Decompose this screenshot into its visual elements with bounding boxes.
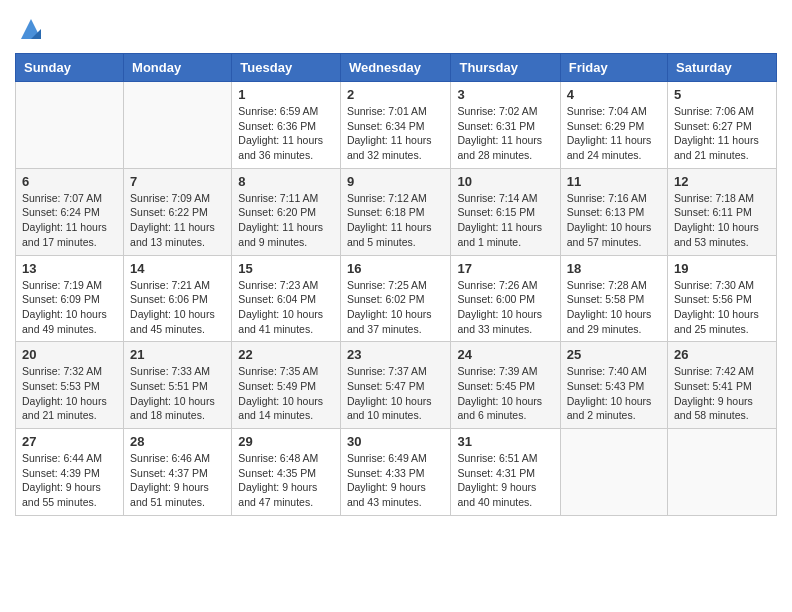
day-info: Sunrise: 7:30 AM Sunset: 5:56 PM Dayligh… [674, 278, 770, 337]
day-number: 24 [457, 347, 553, 362]
day-info: Sunrise: 6:51 AM Sunset: 4:31 PM Dayligh… [457, 451, 553, 510]
day-number: 4 [567, 87, 661, 102]
calendar-day-header: Sunday [16, 54, 124, 82]
day-number: 12 [674, 174, 770, 189]
calendar-cell: 28Sunrise: 6:46 AM Sunset: 4:37 PM Dayli… [124, 429, 232, 516]
day-info: Sunrise: 7:01 AM Sunset: 6:34 PM Dayligh… [347, 104, 445, 163]
calendar-cell: 22Sunrise: 7:35 AM Sunset: 5:49 PM Dayli… [232, 342, 341, 429]
day-number: 5 [674, 87, 770, 102]
calendar-cell: 2Sunrise: 7:01 AM Sunset: 6:34 PM Daylig… [340, 82, 451, 169]
day-number: 6 [22, 174, 117, 189]
calendar-cell: 21Sunrise: 7:33 AM Sunset: 5:51 PM Dayli… [124, 342, 232, 429]
calendar-week-row: 20Sunrise: 7:32 AM Sunset: 5:53 PM Dayli… [16, 342, 777, 429]
calendar-cell: 3Sunrise: 7:02 AM Sunset: 6:31 PM Daylig… [451, 82, 560, 169]
calendar-cell: 7Sunrise: 7:09 AM Sunset: 6:22 PM Daylig… [124, 168, 232, 255]
day-number: 7 [130, 174, 225, 189]
day-number: 22 [238, 347, 334, 362]
calendar-cell: 10Sunrise: 7:14 AM Sunset: 6:15 PM Dayli… [451, 168, 560, 255]
calendar-cell: 12Sunrise: 7:18 AM Sunset: 6:11 PM Dayli… [668, 168, 777, 255]
day-info: Sunrise: 6:44 AM Sunset: 4:39 PM Dayligh… [22, 451, 117, 510]
calendar-cell: 24Sunrise: 7:39 AM Sunset: 5:45 PM Dayli… [451, 342, 560, 429]
day-info: Sunrise: 7:40 AM Sunset: 5:43 PM Dayligh… [567, 364, 661, 423]
day-number: 3 [457, 87, 553, 102]
calendar-cell: 18Sunrise: 7:28 AM Sunset: 5:58 PM Dayli… [560, 255, 667, 342]
calendar-week-row: 6Sunrise: 7:07 AM Sunset: 6:24 PM Daylig… [16, 168, 777, 255]
day-info: Sunrise: 7:32 AM Sunset: 5:53 PM Dayligh… [22, 364, 117, 423]
day-info: Sunrise: 6:48 AM Sunset: 4:35 PM Dayligh… [238, 451, 334, 510]
day-info: Sunrise: 7:42 AM Sunset: 5:41 PM Dayligh… [674, 364, 770, 423]
day-info: Sunrise: 7:14 AM Sunset: 6:15 PM Dayligh… [457, 191, 553, 250]
calendar-day-header: Tuesday [232, 54, 341, 82]
calendar-cell: 1Sunrise: 6:59 AM Sunset: 6:36 PM Daylig… [232, 82, 341, 169]
calendar-cell: 26Sunrise: 7:42 AM Sunset: 5:41 PM Dayli… [668, 342, 777, 429]
calendar-week-row: 13Sunrise: 7:19 AM Sunset: 6:09 PM Dayli… [16, 255, 777, 342]
day-number: 26 [674, 347, 770, 362]
calendar-cell: 23Sunrise: 7:37 AM Sunset: 5:47 PM Dayli… [340, 342, 451, 429]
day-info: Sunrise: 7:35 AM Sunset: 5:49 PM Dayligh… [238, 364, 334, 423]
day-number: 11 [567, 174, 661, 189]
calendar-cell: 14Sunrise: 7:21 AM Sunset: 6:06 PM Dayli… [124, 255, 232, 342]
day-number: 27 [22, 434, 117, 449]
calendar-week-row: 27Sunrise: 6:44 AM Sunset: 4:39 PM Dayli… [16, 429, 777, 516]
day-info: Sunrise: 7:09 AM Sunset: 6:22 PM Dayligh… [130, 191, 225, 250]
day-number: 19 [674, 261, 770, 276]
logo [15, 15, 45, 43]
calendar-cell [124, 82, 232, 169]
day-number: 13 [22, 261, 117, 276]
day-info: Sunrise: 7:21 AM Sunset: 6:06 PM Dayligh… [130, 278, 225, 337]
day-number: 15 [238, 261, 334, 276]
calendar-cell [668, 429, 777, 516]
day-info: Sunrise: 6:46 AM Sunset: 4:37 PM Dayligh… [130, 451, 225, 510]
calendar-cell [560, 429, 667, 516]
calendar-cell: 31Sunrise: 6:51 AM Sunset: 4:31 PM Dayli… [451, 429, 560, 516]
day-number: 16 [347, 261, 445, 276]
calendar-day-header: Friday [560, 54, 667, 82]
calendar-cell: 5Sunrise: 7:06 AM Sunset: 6:27 PM Daylig… [668, 82, 777, 169]
calendar-cell: 17Sunrise: 7:26 AM Sunset: 6:00 PM Dayli… [451, 255, 560, 342]
day-info: Sunrise: 7:33 AM Sunset: 5:51 PM Dayligh… [130, 364, 225, 423]
calendar-cell: 9Sunrise: 7:12 AM Sunset: 6:18 PM Daylig… [340, 168, 451, 255]
day-number: 29 [238, 434, 334, 449]
day-info: Sunrise: 6:49 AM Sunset: 4:33 PM Dayligh… [347, 451, 445, 510]
day-number: 28 [130, 434, 225, 449]
calendar-cell: 20Sunrise: 7:32 AM Sunset: 5:53 PM Dayli… [16, 342, 124, 429]
day-info: Sunrise: 7:18 AM Sunset: 6:11 PM Dayligh… [674, 191, 770, 250]
day-number: 17 [457, 261, 553, 276]
day-info: Sunrise: 7:26 AM Sunset: 6:00 PM Dayligh… [457, 278, 553, 337]
calendar-cell: 16Sunrise: 7:25 AM Sunset: 6:02 PM Dayli… [340, 255, 451, 342]
day-info: Sunrise: 7:04 AM Sunset: 6:29 PM Dayligh… [567, 104, 661, 163]
day-info: Sunrise: 7:11 AM Sunset: 6:20 PM Dayligh… [238, 191, 334, 250]
calendar-day-header: Saturday [668, 54, 777, 82]
calendar-cell: 27Sunrise: 6:44 AM Sunset: 4:39 PM Dayli… [16, 429, 124, 516]
calendar-week-row: 1Sunrise: 6:59 AM Sunset: 6:36 PM Daylig… [16, 82, 777, 169]
day-info: Sunrise: 7:06 AM Sunset: 6:27 PM Dayligh… [674, 104, 770, 163]
day-number: 18 [567, 261, 661, 276]
calendar-cell: 15Sunrise: 7:23 AM Sunset: 6:04 PM Dayli… [232, 255, 341, 342]
day-number: 31 [457, 434, 553, 449]
day-info: Sunrise: 7:12 AM Sunset: 6:18 PM Dayligh… [347, 191, 445, 250]
day-number: 23 [347, 347, 445, 362]
day-number: 10 [457, 174, 553, 189]
day-info: Sunrise: 7:07 AM Sunset: 6:24 PM Dayligh… [22, 191, 117, 250]
calendar-cell: 6Sunrise: 7:07 AM Sunset: 6:24 PM Daylig… [16, 168, 124, 255]
day-number: 25 [567, 347, 661, 362]
calendar-day-header: Thursday [451, 54, 560, 82]
day-info: Sunrise: 7:25 AM Sunset: 6:02 PM Dayligh… [347, 278, 445, 337]
day-number: 1 [238, 87, 334, 102]
day-info: Sunrise: 7:39 AM Sunset: 5:45 PM Dayligh… [457, 364, 553, 423]
calendar-header-row: SundayMondayTuesdayWednesdayThursdayFrid… [16, 54, 777, 82]
day-number: 20 [22, 347, 117, 362]
calendar-cell: 13Sunrise: 7:19 AM Sunset: 6:09 PM Dayli… [16, 255, 124, 342]
calendar-cell: 4Sunrise: 7:04 AM Sunset: 6:29 PM Daylig… [560, 82, 667, 169]
calendar-cell: 11Sunrise: 7:16 AM Sunset: 6:13 PM Dayli… [560, 168, 667, 255]
calendar-cell [16, 82, 124, 169]
day-number: 21 [130, 347, 225, 362]
day-info: Sunrise: 7:02 AM Sunset: 6:31 PM Dayligh… [457, 104, 553, 163]
day-info: Sunrise: 7:19 AM Sunset: 6:09 PM Dayligh… [22, 278, 117, 337]
calendar-cell: 30Sunrise: 6:49 AM Sunset: 4:33 PM Dayli… [340, 429, 451, 516]
calendar-cell: 19Sunrise: 7:30 AM Sunset: 5:56 PM Dayli… [668, 255, 777, 342]
day-info: Sunrise: 7:23 AM Sunset: 6:04 PM Dayligh… [238, 278, 334, 337]
calendar-day-header: Monday [124, 54, 232, 82]
page-header [15, 15, 777, 43]
day-info: Sunrise: 7:28 AM Sunset: 5:58 PM Dayligh… [567, 278, 661, 337]
